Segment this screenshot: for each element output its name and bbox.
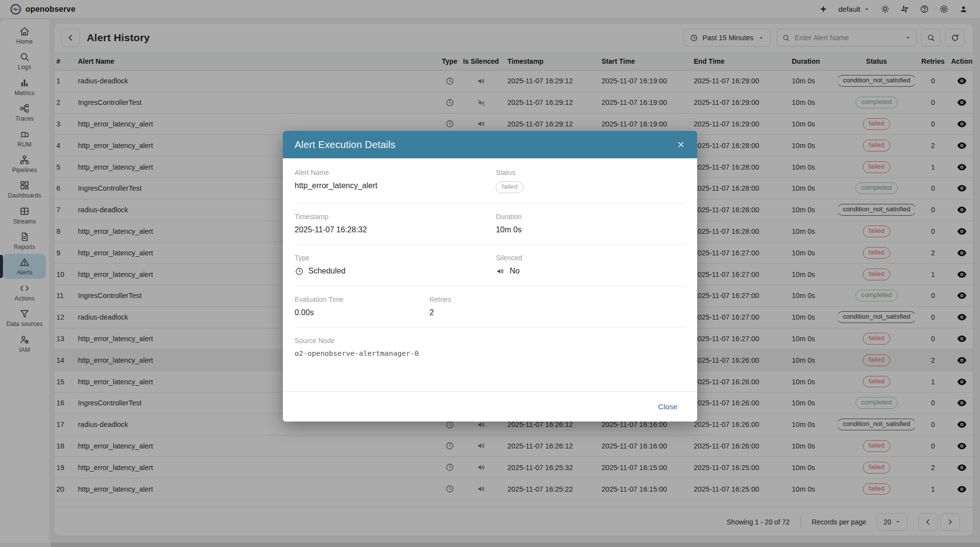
alert-name-label: Alert Name xyxy=(295,169,496,176)
dialog-row-name-status: Alert Name http_error_latency_alert Stat… xyxy=(295,159,685,203)
volume-on-icon xyxy=(496,267,505,276)
type-value: Scheduled xyxy=(308,267,346,275)
scheduled-clock-icon xyxy=(295,267,304,276)
type-label: Type xyxy=(295,254,496,262)
alert-name-value: http_error_latency_alert xyxy=(295,181,496,190)
silenced-value: No xyxy=(509,267,519,275)
dialog-row-eval-retries: Evaluation Time 0.00s Retries 2 xyxy=(295,286,685,327)
source-node-label: Source Node xyxy=(295,337,685,345)
source-node-value: o2-openobserve-alertmanager-0 xyxy=(295,349,685,357)
dialog-footer: Close xyxy=(283,391,697,422)
close-icon[interactable] xyxy=(677,140,685,149)
evaluation-time-label: Evaluation Time xyxy=(295,296,429,303)
dialog-row-type-silenced: Type Scheduled Silenced No xyxy=(295,245,685,286)
dialog-row-timestamp-duration: Timestamp 2025-11-07 16:28:32 Duration 1… xyxy=(295,203,685,245)
dialog-title: Alert Execution Details xyxy=(295,139,396,150)
dialog-body: Alert Name http_error_latency_alert Stat… xyxy=(283,158,697,391)
duration-label: Duration xyxy=(496,213,685,221)
retries-label: Retries xyxy=(429,296,685,303)
dialog-header: Alert Execution Details xyxy=(283,131,697,158)
silenced-label: Silenced xyxy=(496,254,685,262)
timestamp-value: 2025-11-07 16:28:32 xyxy=(295,225,496,234)
timestamp-label: Timestamp xyxy=(295,213,496,221)
close-button[interactable]: Close xyxy=(653,398,682,415)
status-label: Status xyxy=(496,169,685,176)
alert-execution-details-dialog: Alert Execution Details Alert Name http_… xyxy=(283,131,697,422)
status-badge: failed xyxy=(496,181,523,193)
dialog-row-source-node: Source Node o2-openobserve-alertmanager-… xyxy=(295,327,685,367)
duration-value: 10m 0s xyxy=(496,225,685,234)
retries-value: 2 xyxy=(429,308,685,317)
evaluation-time-value: 0.00s xyxy=(295,308,429,317)
